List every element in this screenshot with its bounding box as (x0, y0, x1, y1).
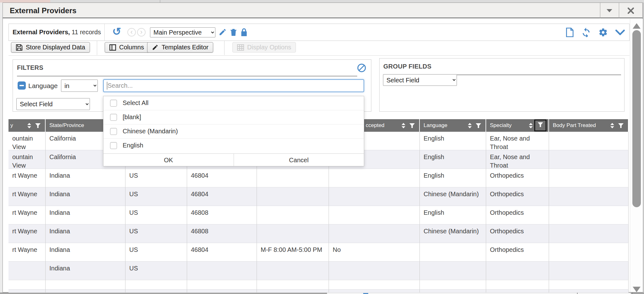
checkbox[interactable] (110, 128, 117, 135)
table-row[interactable]: IndianaUS (8, 262, 629, 280)
record-count-value: 11 records (70, 29, 101, 36)
table-cell (329, 290, 420, 293)
templates-editor-button[interactable]: Templates Editor (147, 42, 213, 53)
checkbox[interactable] (110, 114, 117, 121)
previous-button[interactable]: ‹ (127, 28, 136, 36)
filter-funnel-icon[interactable] (35, 123, 41, 128)
table-cell: rt Wayne (8, 206, 46, 225)
table-cell: 46804 (187, 169, 257, 187)
table-cell: M-F 8:00 AM-5:00 PM (257, 243, 329, 262)
table-row[interactable]: rt WayneIndianaUS46808EnglishOrthopedics (8, 206, 629, 225)
table-cell: 46808 (187, 206, 257, 225)
popup-option[interactable]: [blank] (103, 110, 364, 124)
filter-funnel-icon[interactable] (618, 123, 624, 128)
table-cell: Ear, Nose and Throat (486, 132, 549, 150)
button-group-divider (224, 41, 225, 55)
refresh-button[interactable] (581, 28, 591, 38)
filter-funnel-icon[interactable] (409, 123, 415, 128)
close-icon (628, 8, 634, 14)
store-displayed-data-button[interactable]: Store Displayed Data (11, 42, 90, 53)
table-cell: English (420, 132, 486, 150)
table-cell (549, 280, 629, 290)
chevron-down-icon (615, 29, 625, 36)
table-cell: Chinese (Mandarin) (420, 225, 486, 243)
remove-filter-button[interactable] (18, 81, 26, 90)
table-cell (125, 280, 187, 290)
popup-option[interactable]: English (103, 139, 364, 152)
column-header[interactable]: Specialty (486, 119, 548, 132)
column-header[interactable]: Body Part Treated (549, 119, 628, 132)
vertical-scrollbar[interactable] (630, 19, 643, 292)
checkbox[interactable] (110, 142, 117, 149)
group-field-select[interactable]: Select Field (383, 74, 457, 86)
table-cell: ountain View (8, 132, 46, 150)
table-row[interactable]: rt WayneIndianaUS46804M-F 8:00 AM-5:00 P… (8, 243, 629, 262)
table-cell (257, 290, 329, 293)
table-cell (257, 280, 329, 290)
ok-button[interactable]: OK (103, 154, 234, 167)
columns-button[interactable]: Columns (105, 42, 149, 53)
sort-icon[interactable] (610, 123, 614, 128)
columns-icon (109, 44, 116, 51)
column-header[interactable]: Language (420, 119, 486, 132)
filter-operator-select[interactable]: in (61, 80, 98, 92)
sort-icon[interactable] (529, 123, 533, 128)
undo-button[interactable]: ↺ (112, 25, 121, 38)
delete-perspective-button[interactable] (230, 28, 237, 38)
language-filter-popup: Select All[blank]Chinese (Mandarin)Engli… (103, 96, 364, 166)
table-row[interactable] (8, 280, 629, 290)
focused-filter-funnel[interactable] (534, 119, 547, 131)
filter-search-wrap (103, 79, 364, 92)
collapse-toolbar-button[interactable] (615, 29, 625, 37)
table-cell: 46804 (187, 187, 257, 206)
table-cell: Orthopedics (486, 243, 549, 262)
refresh-icon (581, 28, 591, 37)
edit-perspective-button[interactable] (219, 28, 227, 37)
document-icon (566, 28, 574, 37)
filter-funnel-icon[interactable] (476, 123, 481, 128)
filters-title: FILTERS (17, 64, 43, 71)
sort-icon[interactable] (27, 123, 31, 128)
table-row[interactable]: rt WayneIndianaUS46804EnglishOrthopedics (8, 169, 629, 187)
new-document-button[interactable] (566, 28, 574, 38)
perspective-select[interactable]: Main Perspective (150, 27, 215, 37)
table-cell: Indiana (46, 262, 125, 280)
table-cell: rt Wayne (8, 169, 46, 187)
table-row[interactable]: rt WayneIndianaUS46804Chinese (Mandarin)… (8, 187, 629, 206)
toolbar-bottom-rule (8, 55, 630, 56)
popup-option[interactable]: Select All (103, 96, 364, 110)
display-options-button[interactable]: Display Options (232, 42, 296, 53)
filter-funnel-icon[interactable] (538, 122, 543, 127)
table-cell: ountain View (8, 150, 46, 169)
table-cell (8, 280, 46, 290)
table-cell (420, 243, 486, 262)
table-cell (329, 280, 420, 290)
dialog-close-button[interactable] (619, 3, 643, 18)
cancel-button[interactable]: Cancel (234, 154, 364, 167)
table-cell (329, 187, 420, 206)
table-row[interactable]: rt WayneIndianaUS46808Chinese (Mandarin)… (8, 225, 629, 243)
scroll-up-icon[interactable] (633, 22, 641, 30)
table-row[interactable] (8, 290, 629, 293)
settings-button[interactable] (598, 28, 608, 38)
filter-search-input[interactable] (103, 79, 364, 92)
table-cell (257, 169, 329, 187)
popup-option[interactable]: Chinese (Mandarin) (103, 125, 364, 138)
columns-label: Columns (119, 44, 144, 51)
checkbox[interactable] (110, 100, 117, 107)
scrollbar-thumb[interactable] (632, 30, 641, 207)
dialog-menu-button[interactable] (600, 3, 619, 18)
clear-filters-button[interactable] (357, 63, 366, 74)
scroll-down-icon[interactable] (633, 286, 641, 293)
sort-icon[interactable] (401, 123, 406, 128)
add-filter-field-select[interactable]: Select Field (16, 98, 90, 110)
table-cell (549, 243, 629, 262)
table-cell: Indiana (46, 243, 125, 262)
clipped-search-bar: Search (327, 293, 631, 294)
column-header[interactable]: y (8, 119, 45, 132)
lock-perspective-button[interactable] (240, 28, 248, 38)
table-cell: 46808 (187, 225, 257, 243)
next-button[interactable]: › (137, 28, 146, 36)
sort-icon[interactable] (468, 123, 472, 128)
table-cell: Indiana (46, 225, 125, 243)
